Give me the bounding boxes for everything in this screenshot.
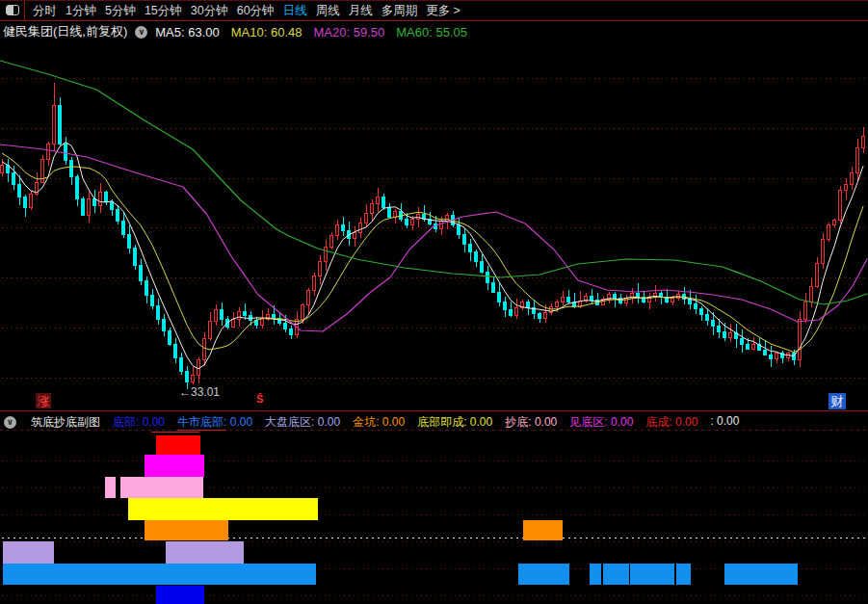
candle <box>117 209 119 221</box>
candle <box>799 319 802 359</box>
candle <box>215 309 218 321</box>
indicator-name[interactable]: 筑底抄底副图 <box>31 414 100 431</box>
candle <box>515 307 518 315</box>
candle <box>608 294 611 299</box>
candle <box>359 223 362 232</box>
candle <box>695 303 697 308</box>
candle <box>88 198 91 215</box>
sell-point-marker: Ŝ <box>256 394 263 405</box>
candle <box>556 302 559 306</box>
candle <box>614 294 617 298</box>
candle <box>764 350 767 355</box>
candle <box>723 331 726 337</box>
signal-bar-dapandiqu <box>3 541 54 564</box>
candle <box>862 136 865 147</box>
candle <box>729 332 732 337</box>
candle <box>498 292 501 302</box>
indicator-field-1: 底部: 0.00 <box>113 414 165 431</box>
candle <box>307 290 310 304</box>
finance-info-badge[interactable]: 财 <box>829 393 846 409</box>
signal-bar-dapandiqu <box>166 541 244 564</box>
candle <box>718 326 721 331</box>
candle <box>180 357 183 371</box>
signal-bar-jinkeng <box>145 520 228 540</box>
candle <box>59 105 62 144</box>
candle <box>140 265 143 280</box>
chevron-down-icon[interactable]: ∨ <box>4 416 16 429</box>
candle <box>65 144 67 160</box>
candle <box>712 320 715 326</box>
ma10-line <box>2 153 863 353</box>
candle <box>423 214 426 219</box>
candle <box>371 203 374 213</box>
candle <box>492 282 495 292</box>
candle <box>319 261 322 276</box>
indicator-field-3: 大盘底区: 0.00 <box>265 414 340 431</box>
signal-bar-dibujicheng <box>128 498 318 520</box>
candle <box>284 323 287 328</box>
candle <box>394 211 397 217</box>
candle <box>382 197 385 207</box>
candle <box>186 371 189 381</box>
candle <box>13 172 15 184</box>
candle <box>539 313 541 318</box>
candle <box>105 192 108 201</box>
candle <box>700 308 703 314</box>
chart-bottom-separator <box>0 410 868 411</box>
candle <box>76 176 79 198</box>
candle <box>128 234 131 248</box>
candle <box>463 234 466 244</box>
trading-app-window: 分时1分钟5分钟15分钟30分钟60分钟日线周线月线多周期更多 > 健民集团(日… <box>0 0 868 604</box>
candle <box>706 314 709 320</box>
candle <box>134 248 137 265</box>
candle <box>151 295 154 305</box>
candle <box>400 211 403 219</box>
candle <box>169 330 171 344</box>
candle <box>221 309 224 319</box>
candle <box>24 197 27 207</box>
candle <box>469 244 472 251</box>
candle <box>325 247 328 261</box>
candle <box>481 261 484 272</box>
candle <box>562 297 565 302</box>
candle <box>741 338 744 344</box>
signal-bar-niushidibu <box>676 564 691 585</box>
candle <box>411 219 414 224</box>
signal-bar-niushidibu <box>603 564 629 585</box>
signal-bar-niushidibu <box>518 564 569 585</box>
candle <box>660 293 663 297</box>
candle <box>833 220 836 224</box>
indicator-field-2: 牛市底部: 0.00 <box>177 414 252 431</box>
indicator-field-7: 见底区: 0.00 <box>569 414 633 431</box>
candle <box>458 224 460 234</box>
candle <box>244 311 247 315</box>
candle <box>475 251 478 261</box>
candle <box>845 184 848 190</box>
candle <box>53 105 56 144</box>
candle <box>250 315 252 320</box>
candle <box>671 298 674 302</box>
field-underline <box>151 432 199 433</box>
candle <box>544 312 547 318</box>
candle <box>527 302 530 307</box>
candle <box>510 309 513 315</box>
candle <box>70 160 73 176</box>
signal-bar-niushidibu <box>724 564 798 585</box>
candle <box>377 197 380 203</box>
signal-bar-chaodi <box>105 477 116 498</box>
candle <box>30 194 33 207</box>
candle <box>99 192 102 205</box>
candle <box>822 239 825 263</box>
candle <box>157 305 160 319</box>
signal-bar-dicheng <box>156 435 200 455</box>
candle <box>770 355 773 358</box>
candle <box>533 307 536 313</box>
indicator-field-5: 底部即成: 0.00 <box>417 414 492 431</box>
candle <box>406 219 408 224</box>
candle <box>856 147 859 172</box>
zhang-marker: 涨 <box>36 393 51 408</box>
low-price-annotation: ←33.01 <box>179 386 220 398</box>
indicator-field-6: 抄底: 0.00 <box>505 414 557 431</box>
signal-bar-niushidibu <box>630 564 674 585</box>
candle <box>82 198 85 215</box>
